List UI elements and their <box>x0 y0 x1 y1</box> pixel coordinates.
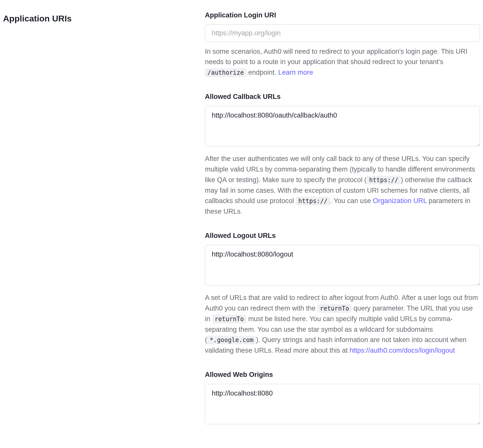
login-uri-input[interactable] <box>205 24 480 42</box>
learn-more-link[interactable]: Learn more <box>278 69 313 76</box>
wildcard-code: *.google.com <box>207 336 256 344</box>
section-title: Application URIs <box>3 12 205 25</box>
login-uri-help: In some scenarios, Auth0 will need to re… <box>205 46 480 78</box>
login-uri-label: Application Login URI <box>205 10 480 20</box>
returnto-code: returnTo <box>317 304 352 313</box>
returnto-code: returnTo <box>212 315 247 323</box>
organization-url-link[interactable]: Organization URL <box>373 197 427 205</box>
field-allowed-callback-urls: Allowed Callback URLs After the user aut… <box>205 92 480 217</box>
https-code: https:// <box>296 197 330 205</box>
help-text-segment: In some scenarios, Auth0 will need to re… <box>205 48 467 66</box>
logout-urls-textarea[interactable] <box>205 245 480 285</box>
logout-docs-link[interactable]: https://auth0.com/docs/login/logout <box>350 347 455 354</box>
callback-urls-label: Allowed Callback URLs <box>205 92 480 102</box>
callback-urls-textarea[interactable] <box>205 106 480 146</box>
logout-urls-help: A set of URLs that are valid to redirect… <box>205 293 480 356</box>
web-origins-label: Allowed Web Origins <box>205 370 480 380</box>
field-allowed-logout-urls: Allowed Logout URLs A set of URLs that a… <box>205 231 480 356</box>
field-allowed-web-origins: Allowed Web Origins <box>205 370 480 427</box>
logout-urls-label: Allowed Logout URLs <box>205 231 480 241</box>
help-text-segment: endpoint. <box>247 69 278 76</box>
callback-urls-help: After the user authenticates we will onl… <box>205 154 480 217</box>
https-code: https:// <box>367 176 401 184</box>
help-text-segment: . You can use <box>330 197 373 205</box>
authorize-code: /authorize <box>205 68 247 77</box>
field-application-login-uri: Application Login URI In some scenarios,… <box>205 10 480 78</box>
web-origins-textarea[interactable] <box>205 384 480 424</box>
